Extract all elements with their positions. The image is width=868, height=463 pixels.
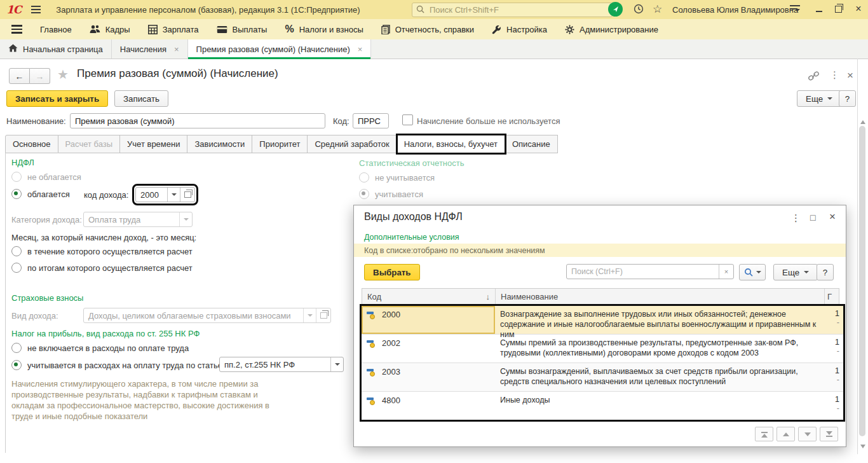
calc-icon <box>148 25 158 34</box>
radio-month-during[interactable]: в течение которого осуществляется расчет <box>11 246 193 256</box>
dialog-search[interactable]: × <box>566 264 734 279</box>
profit-tax-description: Начисления стимулирующего характера, в т… <box>11 378 271 422</box>
clear-search-icon[interactable]: × <box>719 265 733 279</box>
save-button[interactable]: Записать <box>114 90 168 107</box>
menu-item-admin[interactable]: Администрирование <box>556 19 667 39</box>
not-used-checkbox[interactable] <box>402 114 413 125</box>
menu-item-reports[interactable]: Отчетность, справки <box>372 19 483 39</box>
go-down-button[interactable] <box>798 427 817 441</box>
history-icon[interactable] <box>633 3 644 17</box>
back-button[interactable]: ← <box>9 68 30 84</box>
favorite-star-icon[interactable]: ★ <box>57 67 69 82</box>
catalog-item-icon <box>367 340 376 348</box>
dialog-help-button[interactable]: ? <box>817 264 834 280</box>
form-tab-zavisimosti[interactable]: Зависимости <box>187 135 252 153</box>
table-row-2003[interactable]: 2003Суммы вознаграждений, выплачиваемых … <box>362 363 843 392</box>
table-row-2000[interactable]: 2000Вознаграждение за выполнение трудовы… <box>362 306 843 335</box>
forward-button[interactable]: → <box>30 68 50 84</box>
main-menubar: ГлавноеКадрыЗарплатаВыплаты%Налоги и взн… <box>0 19 868 39</box>
table-row-2002[interactable]: 2002Суммы премий за производственные рез… <box>362 335 843 363</box>
go-last-button[interactable] <box>820 427 838 441</box>
more-dots-icon[interactable]: ⋮ <box>830 69 839 81</box>
dialog-maximize-icon[interactable]: □ <box>810 212 815 223</box>
menu-item-staff[interactable]: Кадры <box>81 19 139 39</box>
percent-icon: % <box>285 24 294 35</box>
hamburger-menu-icon[interactable] <box>31 6 41 13</box>
table-row-4800[interactable]: 4800Иные доходы1- <box>362 392 843 420</box>
filter-banner: Код в списке:отобрано по нескольким знач… <box>354 244 846 257</box>
menu-item-salary[interactable]: Зарплата <box>139 19 208 39</box>
radio-not-taxed[interactable]: не облагается <box>11 172 81 182</box>
wrench-icon <box>492 25 501 34</box>
form-tab-raschet-bazy[interactable]: Расчет базы <box>58 135 121 153</box>
dialog-more-dots-icon[interactable]: ⋮ <box>791 212 801 224</box>
dropdown-icon <box>179 212 192 226</box>
insurance-header: Страховые взносы <box>11 293 83 303</box>
radio-icon <box>11 189 22 199</box>
global-search[interactable] <box>412 3 613 17</box>
column-name[interactable]: Наименование <box>496 289 825 305</box>
favorites-star-icon[interactable]: ☆ <box>653 3 662 16</box>
restore-button[interactable] <box>831 3 845 15</box>
radio-counted[interactable]: учитывается <box>359 189 423 199</box>
article-field[interactable]: пп.2, ст.255 НК РФ <box>219 357 344 372</box>
close-form-icon[interactable]: × <box>847 69 853 82</box>
radio-month-results[interactable]: по итогам которого осуществляется расчет <box>11 263 193 273</box>
column-g[interactable]: Г <box>825 289 839 305</box>
dialog-search-input[interactable] <box>567 265 719 279</box>
form-tab-prioritet[interactable]: Приоритет <box>252 135 308 153</box>
income-code-field[interactable]: 2000 <box>135 187 195 202</box>
name-input[interactable] <box>70 113 325 128</box>
menu-item-main[interactable]: Главное <box>31 19 81 39</box>
more-button[interactable]: Еще <box>797 90 841 107</box>
statistics-header: Статистическая отчетность <box>359 158 465 168</box>
form-tab-sredniy-zarabotok[interactable]: Средний заработок <box>308 135 397 153</box>
close-tab-icon[interactable]: × <box>174 45 179 54</box>
scroll-down-icon[interactable] <box>860 441 866 446</box>
go-up-button[interactable] <box>776 427 795 441</box>
form-frame-right <box>857 59 858 454</box>
open-icon[interactable] <box>180 188 194 202</box>
scrollbar-thumb[interactable] <box>859 126 865 436</box>
dropdown-icon[interactable] <box>330 357 343 371</box>
radio-included[interactable]: учитывается в расходах на оплату труда п… <box>11 360 225 370</box>
column-code[interactable]: Код ↓ <box>362 289 496 305</box>
window-titlebar: 1С Зарплата и управление персоналом (баз… <box>0 0 868 19</box>
form-tab-uchet-vremeni[interactable]: Учет времени <box>120 135 187 153</box>
additional-conditions-link[interactable]: Дополнительные условия <box>364 233 459 242</box>
search-settings-button[interactable] <box>739 264 766 280</box>
close-window-button[interactable]: × <box>851 3 865 15</box>
scroll-up-icon[interactable] <box>860 117 866 122</box>
select-button[interactable]: Выбрать <box>364 264 420 280</box>
form-tab-nalogi-vznosy-buhuchet[interactable]: Налоги, взносы, бухучет <box>397 135 505 153</box>
menu-item-payments[interactable]: Выплаты <box>208 19 276 39</box>
app-tab-premium[interactable]: Премия разовая (суммой) (Начисление)× <box>188 39 372 59</box>
code-cell: 4800 <box>362 392 495 420</box>
dropdown-icon[interactable] <box>167 188 180 202</box>
page-title: Премия разовая (суммой) (Начисление) <box>77 67 278 80</box>
help-button[interactable]: ? <box>839 90 856 107</box>
menu-item-settings[interactable]: Настройка <box>483 19 556 39</box>
save-and-close-button[interactable]: Записать и закрыть <box>6 90 108 107</box>
minimize-button[interactable] <box>812 3 826 15</box>
app-tab-accruals[interactable]: Начисления× <box>112 39 188 59</box>
menu-item-taxes[interactable]: %Налоги и взносы <box>276 19 372 39</box>
form-tab-osnovnoe[interactable]: Основное <box>5 135 58 153</box>
notification-center-icon[interactable] <box>608 2 623 17</box>
go-first-button[interactable] <box>755 427 773 441</box>
income-types-dialog: Виды доходов НДФЛ ⋮ □ × Дополнительные у… <box>353 205 846 447</box>
global-search-input[interactable] <box>428 4 608 15</box>
category-field: Оплата труда <box>83 212 193 227</box>
current-user[interactable]: Соловьева Юлия Владимировна <box>672 5 798 15</box>
sections-menu-icon[interactable] <box>0 25 31 34</box>
dialog-close-icon[interactable]: × <box>829 211 836 223</box>
app-tab-home[interactable]: Начальная страница <box>0 39 112 59</box>
form-tab-opisanie[interactable]: Описание <box>505 135 558 153</box>
radio-not-counted[interactable]: не учитывается <box>359 172 435 183</box>
code-input[interactable] <box>353 113 389 128</box>
radio-not-included[interactable]: не включается в расходы по оплате труда <box>11 343 189 353</box>
radio-taxed[interactable]: облагается <box>11 189 70 199</box>
close-tab-icon[interactable]: × <box>358 45 363 54</box>
get-link-icon[interactable] <box>808 71 819 83</box>
dialog-more-button[interactable]: Еще <box>773 264 818 280</box>
